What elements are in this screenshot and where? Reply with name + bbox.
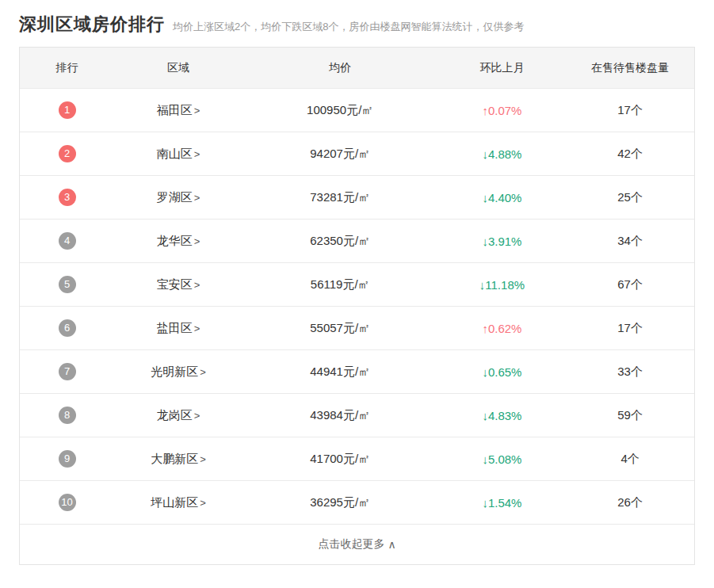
chevron-right-icon: > (194, 192, 200, 204)
table-row[interactable]: 2 南山区> 94207元/㎡ ↓4.88% 42个 (20, 132, 694, 175)
change-value: ↑0.07% (482, 104, 521, 117)
count-cell: 59个 (566, 408, 694, 423)
region-link[interactable]: 龙岗区> (157, 408, 200, 422)
count-value: 33个 (617, 365, 643, 378)
price-cell: 41700元/㎡ (242, 452, 438, 467)
rank-badge: 1 (59, 101, 76, 119)
count-value: 17个 (617, 103, 643, 116)
rank-cell: 10 (20, 494, 114, 511)
price-cell: 43984元/㎡ (242, 408, 438, 423)
price-cell: 94207元/㎡ (242, 147, 438, 162)
change-value: ↓4.88% (482, 147, 521, 161)
count-value: 34个 (617, 234, 643, 247)
price-value: 55057元/㎡ (310, 321, 370, 334)
change-cell: ↓4.88% (438, 147, 567, 161)
rank-badge: 6 (59, 319, 76, 337)
price-value: 56119元/㎡ (311, 277, 370, 291)
column-header-price: 均价 (242, 61, 438, 75)
region-link[interactable]: 大鹏新区> (151, 452, 206, 465)
region-cell: 南山区> (114, 147, 242, 162)
table-row[interactable]: 3 罗湖区> 73281元/㎡ ↓4.40% 25个 (20, 175, 694, 219)
chevron-right-icon: > (194, 105, 200, 116)
rank-badge: 4 (59, 232, 76, 250)
price-cell: 100950元/㎡ (242, 103, 438, 118)
change-value: ↓5.08% (482, 452, 521, 466)
region-name: 龙岗区 (157, 408, 193, 422)
chevron-right-icon: > (194, 235, 200, 247)
rank-cell: 7 (20, 363, 114, 380)
chevron-right-icon: > (194, 410, 200, 422)
price-cell: 56119元/㎡ (242, 277, 438, 292)
region-cell: 龙岗区> (114, 408, 242, 423)
region-cell: 光明新区> (114, 365, 242, 380)
count-cell: 25个 (566, 190, 694, 205)
count-cell: 26个 (566, 495, 694, 510)
region-name: 光明新区 (151, 365, 198, 378)
table-row[interactable]: 6 盐田区> 55057元/㎡ ↑0.62% 17个 (20, 306, 694, 349)
rank-cell: 3 (20, 189, 114, 206)
region-name: 南山区 (157, 147, 193, 160)
region-name: 福田区 (157, 103, 193, 116)
region-link[interactable]: 南山区> (157, 147, 200, 160)
region-name: 坪山新区 (151, 495, 198, 509)
region-link[interactable]: 罗湖区> (157, 190, 200, 204)
count-value: 17个 (617, 321, 643, 334)
rank-cell: 8 (20, 407, 114, 424)
region-name: 罗湖区 (157, 190, 193, 204)
region-name: 宝安区 (157, 277, 193, 291)
table-row[interactable]: 9 大鹏新区> 41700元/㎡ ↓5.08% 4个 (20, 437, 694, 480)
region-link[interactable]: 龙华区> (157, 234, 200, 247)
change-value: ↓4.83% (482, 409, 521, 422)
region-link[interactable]: 福田区> (157, 103, 200, 116)
count-cell: 67个 (566, 277, 694, 292)
price-cell: 55057元/㎡ (242, 321, 438, 336)
column-header-count: 在售待售楼盘量 (566, 61, 694, 75)
table-row[interactable]: 8 龙岗区> 43984元/㎡ ↓4.83% 59个 (20, 393, 694, 437)
chevron-right-icon: > (194, 323, 200, 334)
column-header-rank: 排行 (20, 61, 114, 75)
count-value: 67个 (617, 277, 643, 291)
page-header: 深圳区域房价排行 均价上涨区域2个，均价下跌区域8个，房价由楼盘网智能算法统计，… (0, 0, 714, 47)
table-row[interactable]: 4 龙华区> 62350元/㎡ ↓3.91% 34个 (20, 219, 694, 262)
ranking-table: 排行 区域 均价 环比上月 在售待售楼盘量 1 福田区> 100950元/㎡ ↑… (19, 47, 695, 565)
table-row[interactable]: 5 宝安区> 56119元/㎡ ↓11.18% 67个 (20, 262, 694, 306)
count-value: 4个 (620, 452, 639, 465)
price-cell: 73281元/㎡ (242, 190, 438, 205)
rank-cell: 1 (20, 101, 114, 119)
collapse-more-button[interactable]: 点击收起更多 ∧ (20, 524, 694, 564)
region-link[interactable]: 盐田区> (157, 321, 200, 334)
table-row[interactable]: 7 光明新区> 44941元/㎡ ↓0.65% 33个 (20, 349, 694, 393)
change-cell: ↓3.91% (438, 235, 567, 248)
change-cell: ↑0.62% (438, 322, 567, 335)
region-link[interactable]: 光明新区> (151, 365, 206, 378)
region-cell: 龙华区> (114, 234, 242, 249)
column-header-change: 环比上月 (438, 61, 567, 75)
table-row[interactable]: 1 福田区> 100950元/㎡ ↑0.07% 17个 (20, 88, 694, 132)
page-title: 深圳区域房价排行 (19, 13, 165, 36)
price-value: 100950元/㎡ (307, 103, 373, 116)
rank-cell: 2 (20, 145, 114, 162)
region-cell: 福田区> (114, 103, 242, 118)
region-link[interactable]: 宝安区> (157, 277, 200, 291)
column-header-region: 区域 (114, 61, 242, 75)
region-name: 大鹏新区 (151, 452, 198, 465)
change-cell: ↓11.18% (438, 278, 567, 292)
region-cell: 宝安区> (114, 277, 242, 292)
table-header-row: 排行 区域 均价 环比上月 在售待售楼盘量 (20, 48, 694, 88)
region-link[interactable]: 坪山新区> (151, 495, 206, 509)
region-cell: 坪山新区> (114, 495, 242, 510)
change-cell: ↓4.40% (438, 191, 567, 204)
rank-badge: 2 (59, 145, 76, 162)
rank-badge: 9 (59, 450, 76, 468)
chevron-right-icon: > (200, 453, 206, 465)
count-value: 42个 (617, 147, 643, 160)
chevron-right-icon: > (194, 279, 200, 291)
count-cell: 17个 (566, 103, 694, 118)
change-value: ↓1.54% (482, 496, 521, 510)
price-value: 41700元/㎡ (310, 452, 370, 465)
change-value: ↓4.40% (482, 191, 521, 204)
count-value: 25个 (617, 190, 643, 204)
region-name: 盐田区 (157, 321, 193, 334)
table-row[interactable]: 10 坪山新区> 36295元/㎡ ↓1.54% 26个 (20, 480, 694, 524)
page-subtitle: 均价上涨区域2个，均价下跌区域8个，房价由楼盘网智能算法统计，仅供参考 (173, 20, 524, 34)
